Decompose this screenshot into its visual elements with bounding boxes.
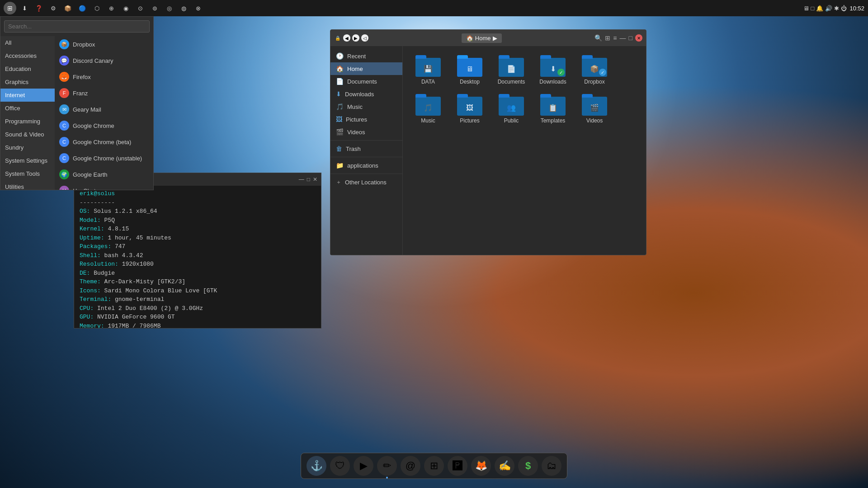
app-menu-search-input[interactable] [4, 20, 150, 33]
terminal-maximize-button[interactable]: □ [307, 176, 310, 183]
folder-templates[interactable]: 📋 Templates [535, 92, 571, 126]
category-system-tools[interactable]: System Tools [0, 167, 55, 180]
app-item-earth[interactable]: 🌍 Google Earth [55, 166, 153, 183]
fm-maximize-icon[interactable]: □ [629, 34, 632, 42]
folder-music[interactable]: 🎵 Music [410, 92, 446, 126]
app-item-geary[interactable]: ✉ Geary Mail [55, 101, 153, 117]
dock-anchor-icon[interactable]: ⚓ [307, 456, 326, 476]
fm-list-icon[interactable]: ≡ [613, 34, 617, 42]
category-graphics[interactable]: Graphics [0, 75, 55, 89]
app-item-chrome[interactable]: C Google Chrome [55, 117, 153, 134]
dock-media-icon[interactable]: ▶ [354, 456, 373, 476]
earth-icon: 🌍 [59, 169, 69, 179]
apps-menu-button[interactable]: ⊞ [4, 2, 16, 14]
app-item-dropbox[interactable]: 📦 Dropbox [55, 36, 153, 52]
panel-settings-icon[interactable]: ⚙ [47, 2, 60, 14]
category-programming[interactable]: Programming [0, 115, 55, 128]
category-all[interactable]: All [0, 36, 55, 49]
folder-public[interactable]: 👥 Public [493, 92, 529, 126]
panel-icon9[interactable]: ⊙ [134, 2, 146, 14]
fm-sidebar-home[interactable]: 🏠 Home [330, 62, 402, 75]
panel-icon7[interactable]: ⊕ [105, 2, 118, 14]
dock-dollar-icon[interactable]: $ [518, 456, 538, 476]
category-office[interactable]: Office [0, 102, 55, 115]
panel-help-icon[interactable]: ❓ [33, 2, 45, 14]
dock-spreadsheet-icon[interactable]: ⊞ [424, 456, 444, 476]
dock-security-icon[interactable]: 🛡 [330, 456, 350, 476]
panel-icon13[interactable]: ⊗ [192, 2, 204, 14]
fm-nav-back[interactable]: ◀ [343, 34, 350, 42]
app-item-chrome-unstable[interactable]: C Google Chrome (unstable) [55, 150, 153, 166]
dock-write-icon[interactable]: ✍ [495, 456, 514, 476]
app-item-firefox[interactable]: 🦊 Firefox [55, 69, 153, 85]
dock-mail-icon[interactable]: @ [401, 456, 420, 476]
folder-data[interactable]: 💾 DATA [410, 53, 446, 87]
panel-icon5[interactable]: 🔵 [76, 2, 89, 14]
power-tray-icon[interactable]: ⏻ [841, 5, 847, 12]
indicator-tray-icon[interactable]: □ [811, 5, 815, 12]
panel-pkg-icon[interactable]: 📦 [61, 2, 74, 14]
fm-sidebar-trash[interactable]: 🗑 Trash [330, 142, 402, 155]
app-item-franz[interactable]: F Franz [55, 85, 153, 101]
dock-files-icon[interactable]: 🗂 [542, 456, 561, 476]
fm-other-locations[interactable]: ＋ Other Locations [330, 176, 402, 189]
fm-other-locations-label: Other Locations [345, 179, 387, 186]
category-accessories[interactable]: Accessories [0, 49, 55, 62]
dock-pencil-icon[interactable]: ✏ [377, 456, 397, 476]
panel-icon11[interactable]: ◎ [163, 2, 175, 14]
app-item-hexchat[interactable]: H HexChat [55, 183, 153, 190]
fm-sidebar-music[interactable]: 🎵 Music [330, 100, 402, 113]
folder-documents[interactable]: 📄 Documents [493, 53, 529, 87]
fm-sidebar-documents[interactable]: 📄 Documents [330, 75, 402, 88]
terminal-close-button[interactable]: ✕ [313, 176, 317, 183]
fm-search-icon[interactable]: 🔍 [594, 34, 602, 42]
folder-dropbox-badge: ✓ [599, 69, 606, 76]
app-item-chrome-beta[interactable]: C Google Chrome (beta) [55, 134, 153, 150]
fm-folder-grid: 💾 DATA 🖥 Desktop [410, 53, 639, 126]
fm-close-button[interactable]: ✕ [635, 34, 642, 42]
panel-icon8[interactable]: ◉ [119, 2, 132, 14]
category-system-settings[interactable]: System Settings [0, 154, 55, 167]
fm-sidebar-downloads[interactable]: ⬇ Downloads [330, 88, 402, 100]
panel-icon12[interactable]: ◍ [177, 2, 190, 14]
fm-sidebar-applications[interactable]: 📁 applications [330, 159, 402, 172]
panel-icon10[interactable]: ⊚ [148, 2, 161, 14]
terminal-body[interactable]: erik@solus ---------- OS: Solus 1.2.1 x8… [74, 186, 321, 328]
fm-minimize-icon[interactable]: — [620, 34, 626, 42]
fm-sidebar-recent[interactable]: 🕐 Recent [330, 50, 402, 62]
notification-tray-icon[interactable]: 🔔 [816, 5, 823, 12]
folder-downloads[interactable]: ⬇ ✓ Downloads [535, 53, 571, 87]
dock-firefox-icon[interactable]: 🦊 [471, 456, 491, 476]
fm-sidebar-pictures[interactable]: 🖼 Pictures [330, 113, 402, 126]
fm-titlebar: 🔒 ◀ ▶ ◁ 🏠 Home ▶ 🔍 ⊞ ≡ — □ ✕ [330, 30, 646, 46]
category-sundry[interactable]: Sundry [0, 141, 55, 154]
fm-nav-forward[interactable]: ▶ [352, 34, 359, 42]
chrome-unstable-icon: C [59, 153, 69, 163]
app-menu-apps-list: 📦 Dropbox 💬 Discord Canary 🦊 Firefox F F… [55, 36, 153, 190]
category-sound-video[interactable]: Sound & Video [0, 128, 55, 141]
fm-grid-icon[interactable]: ⊞ [605, 34, 610, 42]
fm-sidebar: 🕐 Recent 🏠 Home 📄 Documents ⬇ Downloads … [330, 46, 403, 255]
app-label-discord: Discord Canary [73, 57, 113, 64]
fm-nav-prev[interactable]: ◁ [361, 34, 368, 42]
terminal-window: erik@solus:~ — □ ✕ erik@solus ----------… [74, 173, 321, 328]
app-item-discord[interactable]: 💬 Discord Canary [55, 52, 153, 69]
folder-pictures-icon: 🖼 [457, 94, 482, 116]
folder-desktop[interactable]: 🖥 Desktop [452, 53, 488, 87]
panel-download-icon[interactable]: ⬇ [18, 2, 31, 14]
fm-sidebar-videos[interactable]: 🎬 Videos [330, 126, 402, 138]
category-internet[interactable]: Internet [0, 89, 55, 102]
folder-dropbox[interactable]: 📦 ✓ Dropbox [576, 53, 613, 87]
fm-breadcrumb[interactable]: 🏠 Home ▶ [462, 33, 502, 43]
screen-tray-icon[interactable]: 🖥 [803, 5, 809, 12]
folder-documents-icon: 📄 [499, 55, 524, 77]
folder-videos[interactable]: 🎬 Videos [576, 92, 613, 126]
dock-plex-icon[interactable]: 🅿 [448, 456, 467, 476]
panel-icon6[interactable]: ⬡ [90, 2, 103, 14]
terminal-minimize-button[interactable]: — [299, 176, 304, 183]
category-education[interactable]: Education [0, 62, 55, 75]
folder-pictures[interactable]: 🖼 Pictures [452, 92, 488, 126]
category-utilities[interactable]: Utilities [0, 180, 55, 190]
bluetooth-tray-icon[interactable]: ✱ [834, 5, 839, 12]
volume-tray-icon[interactable]: 🔊 [825, 5, 832, 12]
